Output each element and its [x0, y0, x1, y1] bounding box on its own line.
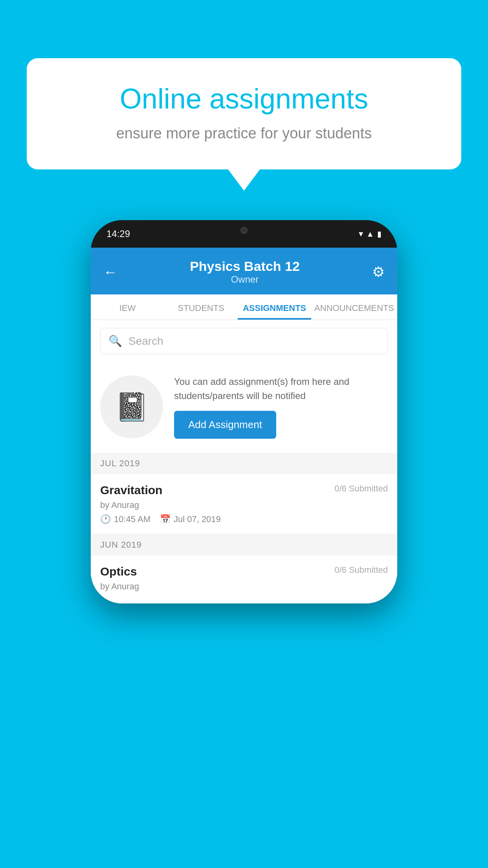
header-title-group: Physics Batch 12 Owner — [190, 259, 300, 285]
section-header-jul: JUL 2019 — [91, 453, 397, 474]
header-subtitle: Owner — [190, 274, 300, 285]
phone-frame: 14:29 ▾ ▲ ▮ ← Physics Batch 12 Owner ⚙ — [91, 220, 397, 603]
search-container: 🔍 Search — [91, 320, 397, 362]
assignment-by: by Anurag — [100, 500, 388, 510]
app-header: ← Physics Batch 12 Owner ⚙ — [91, 248, 397, 294]
assignment-item-optics[interactable]: Optics 0/6 Submitted by Anurag — [91, 555, 397, 603]
assignment-icon-circle: 📓 — [100, 375, 163, 438]
meta-time: 🕐 10:45 AM — [100, 514, 150, 524]
notebook-icon: 📓 — [115, 391, 149, 423]
assignment-meta: 🕐 10:45 AM 📅 Jul 07, 2019 — [100, 514, 388, 524]
phone-notch — [213, 220, 275, 241]
speech-bubble: Online assignments ensure more practice … — [27, 58, 461, 169]
assignment-top-row-optics: Optics 0/6 Submitted — [100, 565, 388, 578]
speech-bubble-subtitle: ensure more practice for your students — [58, 125, 430, 142]
assignment-date: Jul 07, 2019 — [174, 514, 221, 524]
tab-assignments[interactable]: ASSIGNMENTS — [238, 294, 311, 320]
add-assignment-button[interactable]: Add Assignment — [174, 411, 276, 439]
speech-bubble-container: Online assignments ensure more practice … — [27, 58, 461, 169]
tab-announcements[interactable]: ANNOUNCEMENTS — [311, 294, 397, 320]
search-input[interactable]: Search — [128, 335, 163, 348]
tabs-bar: IEW STUDENTS ASSIGNMENTS ANNOUNCEMENTS — [91, 294, 397, 320]
status-bar: 14:29 ▾ ▲ ▮ — [91, 220, 397, 248]
assignment-name-optics: Optics — [100, 565, 137, 578]
meta-date: 📅 Jul 07, 2019 — [160, 514, 221, 524]
section-header-jun: JUN 2019 — [91, 534, 397, 555]
assignment-name: Gravitation — [100, 484, 162, 497]
status-icons: ▾ ▲ ▮ — [359, 229, 382, 239]
phone-screen: ← Physics Batch 12 Owner ⚙ IEW STUDENTS … — [91, 248, 397, 603]
promo-block: 📓 You can add assignment(s) from here an… — [91, 362, 397, 453]
wifi-icon: ▾ — [359, 229, 363, 239]
search-bar[interactable]: 🔍 Search — [100, 328, 388, 354]
speech-bubble-title: Online assignments — [58, 82, 430, 116]
promo-description: You can add assignment(s) from here and … — [174, 375, 388, 403]
phone-mockup: 14:29 ▾ ▲ ▮ ← Physics Batch 12 Owner ⚙ — [91, 220, 397, 603]
settings-icon[interactable]: ⚙ — [372, 264, 385, 280]
search-icon: 🔍 — [108, 335, 122, 348]
battery-icon: ▮ — [377, 229, 382, 239]
phone-camera — [240, 227, 248, 234]
assignment-time: 10:45 AM — [114, 514, 150, 524]
signal-icon: ▲ — [366, 230, 374, 239]
tab-students[interactable]: STUDENTS — [164, 294, 238, 320]
promo-text-group: You can add assignment(s) from here and … — [174, 375, 388, 439]
assignment-item-gravitation[interactable]: Gravitation 0/6 Submitted by Anurag 🕐 10… — [91, 474, 397, 534]
calendar-icon: 📅 — [160, 514, 171, 524]
back-button[interactable]: ← — [103, 264, 117, 280]
assignment-by-optics: by Anurag — [100, 581, 388, 592]
status-time: 14:29 — [106, 228, 130, 239]
clock-icon: 🕐 — [100, 514, 111, 524]
assignment-top-row: Gravitation 0/6 Submitted — [100, 484, 388, 497]
assignment-submitted-optics: 0/6 Submitted — [334, 565, 388, 575]
assignment-submitted: 0/6 Submitted — [334, 484, 388, 494]
tab-iew[interactable]: IEW — [91, 294, 164, 320]
header-title: Physics Batch 12 — [190, 259, 300, 274]
